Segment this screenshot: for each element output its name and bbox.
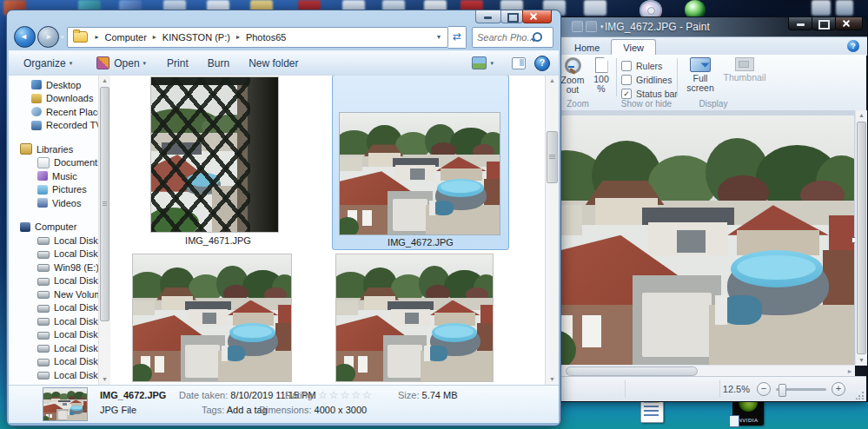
window-resize-grip[interactable] [856, 391, 865, 399]
refresh-button[interactable]: ⇄ [448, 26, 467, 49]
file-list-scrollbar[interactable]: ▲ ▼ [545, 76, 559, 385]
sidebar-item-drive[interactable]: Local Disk (I:) [9, 314, 110, 328]
paint-maximize-button[interactable] [812, 17, 836, 30]
explorer-help-icon[interactable]: ? [534, 56, 550, 71]
status-bar-checkbox[interactable]: ✓ [621, 89, 632, 99]
file-tile-img4673[interactable]: IMG_4673.JPG [131, 253, 305, 385]
sidebar-group-libraries[interactable]: Libraries [9, 142, 110, 156]
sidebar-item[interactable]: Downloads [9, 92, 110, 106]
paint-help-icon[interactable]: ? [847, 40, 859, 52]
sidebar-item-drive[interactable]: New Volume (G:) [9, 287, 110, 301]
file-tile-img4671[interactable]: IMG_4671.JPG [145, 76, 291, 249]
paint-vertical-scrollbar[interactable]: ▲ ▼ [855, 110, 867, 366]
sidebar-item-drive[interactable]: Local Disk (K:) [9, 341, 110, 355]
full-screen-button[interactable]: Full screen [682, 57, 719, 93]
scroll-up-icon[interactable]: ▲ [99, 76, 110, 86]
sidebar-item-drive[interactable]: Local Disk (L:) [9, 355, 110, 369]
sidebar-item-drive[interactable]: Local Disk (J:) [9, 328, 110, 342]
breadcrumb[interactable]: ▸ Computer ▸ KINGSTON (P:) ▸ Photos65 ▾ [67, 27, 448, 48]
zoom-in-icon[interactable]: + [832, 382, 845, 396]
zoom-out-icon[interactable]: − [757, 382, 771, 396]
sidebar-item[interactable]: Recorded TV [9, 119, 110, 133]
sidebar-item[interactable]: Documents [9, 156, 110, 170]
sidebar-item[interactable]: Pictures [9, 183, 110, 197]
organize-button[interactable]: Organize▾ [17, 55, 78, 72]
scrollbar-thumb[interactable] [100, 87, 109, 321]
scrollbar-thumb[interactable] [547, 131, 558, 183]
documents-icon [37, 157, 50, 168]
scroll-down-icon[interactable]: ▼ [856, 355, 867, 366]
scroll-down-icon[interactable]: ▼ [546, 374, 559, 385]
zoom-slider[interactable] [776, 388, 826, 391]
sidebar-item-drive[interactable]: Win98 (E:) [9, 261, 110, 274]
file-list[interactable]: IMG_4671.JPG IMG_4672.JPG IMG_4673.JPG I… [110, 76, 559, 385]
nav-history-icon[interactable]: ▾ [61, 34, 64, 41]
sidebar-item[interactable]: Music [9, 169, 110, 183]
gridlines-checkbox-row[interactable]: Gridlines [621, 74, 672, 85]
sidebar-item[interactable]: Desktop [9, 78, 110, 92]
paint-minimize-button[interactable] [788, 17, 812, 30]
drive-icon [37, 318, 50, 326]
desktop-shortcut-icon[interactable] [836, 0, 853, 16]
preview-pane-icon[interactable] [512, 57, 526, 69]
undo-icon[interactable] [572, 21, 583, 32]
address-dropdown-icon[interactable]: ▾ [432, 33, 446, 41]
rating-stars: ☆☆☆☆☆ [318, 389, 374, 401]
search-box[interactable] [472, 27, 553, 48]
drive-icon [37, 278, 50, 286]
drive-icon [37, 237, 50, 245]
zoom-100-button[interactable]: 100 % [590, 57, 613, 94]
zoom-slider-thumb[interactable] [779, 384, 786, 397]
sidebar-group-computer[interactable]: Computer [9, 221, 110, 234]
new-folder-button[interactable]: New folder [242, 55, 304, 72]
change-view-button[interactable]: ▾ [466, 54, 500, 72]
scroll-up-icon[interactable]: ▲ [856, 110, 867, 121]
details-tags[interactable]: Tags: Add a tag [202, 405, 268, 415]
breadcrumb-photos65[interactable]: Photos65 [244, 32, 288, 43]
sidebar-item-drive[interactable]: Local Disk (C:) [9, 234, 110, 248]
sidebar-item-drive[interactable]: Local Disk (M:) [9, 368, 110, 382]
paint-canvas-area[interactable] [538, 110, 866, 366]
sidebar-item-drive[interactable]: Local Disk (D:) [9, 248, 110, 261]
scrollbar-thumb[interactable] [857, 122, 866, 354]
breadcrumb-computer[interactable]: Computer [103, 32, 149, 43]
scroll-down-icon[interactable]: ▼ [99, 374, 110, 385]
paint-canvas-image[interactable] [538, 116, 854, 365]
tab-home[interactable]: Home [563, 40, 611, 56]
status-bar-checkbox-row[interactable]: ✓ Status bar [621, 88, 678, 99]
tab-view[interactable]: View [611, 39, 656, 56]
redo-icon[interactable] [586, 21, 597, 32]
desktop-shortcut-icon[interactable] [584, 0, 606, 16]
burn-button[interactable]: Burn [202, 55, 235, 72]
qat-customize-icon[interactable]: ▾ [600, 23, 604, 30]
sidebar-item[interactable]: Videos [9, 196, 110, 210]
file-tile-img4674[interactable]: IMG_4674.JPG [333, 253, 507, 385]
paint-close-button[interactable] [835, 17, 863, 30]
details-rating[interactable]: Rating: ☆☆☆☆☆ [285, 389, 374, 401]
sidebar-scrollbar[interactable]: ▲ ▼ [98, 76, 110, 385]
zoom-out-button[interactable]: Zoom out [557, 57, 588, 95]
paint-title-bar[interactable]: ▾ IMG_4672.JPG - Paint [537, 17, 867, 36]
rulers-checkbox[interactable] [621, 61, 632, 71]
print-button[interactable]: Print [161, 55, 195, 72]
file-tile-img4672-selected[interactable]: IMG_4672.JPG [332, 76, 509, 250]
forward-button[interactable]: ► [37, 26, 59, 48]
scroll-up-icon[interactable]: ▲ [546, 76, 559, 86]
drive-icon [37, 372, 50, 380]
command-toolbar: Organize▾ Open▾ Print Burn New folder ▾ … [9, 50, 559, 76]
gridlines-checkbox[interactable] [621, 75, 632, 85]
breadcrumb-kingston-drive[interactable]: KINGSTON (P:) [161, 32, 232, 43]
back-button[interactable]: ◄ [14, 26, 36, 48]
explorer-maximize-button[interactable] [500, 10, 523, 23]
sidebar-item-drive[interactable]: Local Disk (F:) [9, 274, 110, 288]
scrollbar-thumb[interactable] [566, 366, 698, 376]
explorer-minimize-button[interactable] [475, 10, 501, 23]
search-input[interactable] [475, 31, 533, 43]
paint-horizontal-scrollbar[interactable]: ◄ ► [538, 365, 855, 377]
sidebar-item[interactable]: Recent Places [9, 105, 110, 119]
open-button[interactable]: Open▾ [90, 54, 152, 72]
sidebar-item-drive[interactable]: Local Disk (H:) [9, 301, 110, 315]
rulers-checkbox-row[interactable]: Rulers [621, 60, 662, 71]
desktop-shortcut-icon[interactable] [812, 0, 831, 16]
explorer-close-button[interactable] [522, 10, 552, 23]
